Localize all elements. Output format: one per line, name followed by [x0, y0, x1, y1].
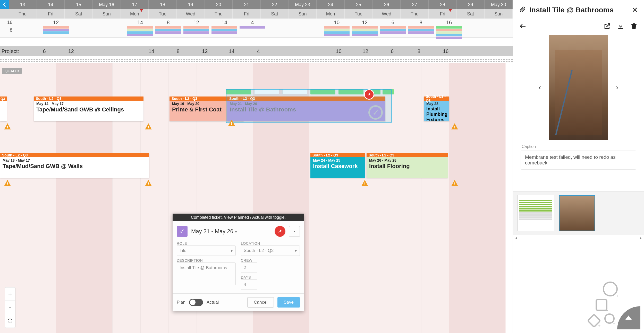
summary-count: 12	[352, 20, 378, 25]
task-casework[interactable]: South - L2 - Q3May 24 - May 25Install Ca…	[310, 153, 365, 178]
role-select[interactable]: Tile▾	[177, 246, 236, 256]
summary-count: 14	[127, 20, 153, 25]
location-select[interactable]: South - L2 - Q3▾	[241, 246, 300, 256]
crew-input[interactable]: 2	[241, 262, 257, 273]
attachment-icon[interactable]	[519, 6, 526, 14]
project-total: 6	[31, 46, 58, 56]
zoom-out-button[interactable]: -	[5, 301, 15, 314]
completed-check-icon[interactable]: ✓	[177, 226, 188, 237]
project-total	[299, 46, 325, 56]
popup-date-range[interactable]: May 21 - May 26 ▾	[191, 228, 271, 235]
thumbnail-scrollbar[interactable]: ◂▸	[515, 236, 642, 238]
plan-label: Plan	[177, 300, 185, 305]
timeline-day: Tue	[345, 9, 373, 19]
timeline-date: 21	[233, 0, 261, 9]
project-total: 4	[245, 46, 272, 56]
timeline-day: Thu	[205, 9, 233, 19]
zoom-fit-button[interactable]	[5, 314, 15, 328]
caption-textarea[interactable]: Membrane test failed, will need to redo …	[521, 151, 636, 170]
summary-scale-top: 16	[0, 19, 15, 26]
pin-icon[interactable]	[364, 89, 374, 100]
timeline-day: Wed	[373, 9, 401, 19]
timeline-date: 14	[37, 0, 65, 9]
role-label: ROLE	[177, 241, 236, 246]
timeline-date: 13	[9, 0, 37, 9]
progress-block	[226, 89, 251, 94]
project-label: Project:	[0, 46, 31, 56]
timeline-day: Sat	[457, 9, 485, 19]
project-total: 14	[138, 46, 165, 56]
project-total	[84, 46, 111, 56]
summary-count: 10	[324, 20, 350, 25]
timeline-date: 19	[177, 0, 205, 9]
timeline-day: Sun	[289, 9, 317, 19]
project-total	[272, 46, 299, 56]
thumbnail-photo-selected[interactable]	[559, 195, 595, 231]
task-tile[interactable]: South - L2 - Q3May 21 - May 26Install Ti…	[227, 97, 385, 121]
summary-row: 16 8 121481214410126816	[0, 19, 513, 38]
quad-tag: QUAD 3	[2, 68, 22, 74]
plan-actual-toggle[interactable]	[189, 299, 203, 306]
timeline-day: Thu	[9, 9, 37, 19]
svg-text:!: !	[364, 182, 366, 186]
open-external-icon[interactable]	[603, 22, 611, 30]
more-button[interactable]: ⋮	[289, 226, 300, 237]
download-icon[interactable]	[617, 22, 624, 30]
popup-header: Completed ticket. View Planned / Actual …	[173, 214, 304, 221]
delete-icon[interactable]	[630, 22, 638, 30]
close-icon[interactable]: ✕	[632, 6, 638, 14]
timeline-date: May 23	[289, 0, 317, 9]
summary-scale-bot: 8	[0, 26, 15, 34]
warning-icon: !	[361, 179, 369, 187]
photo-next-button[interactable]: ›	[616, 83, 618, 92]
zoom-in-button[interactable]: +	[5, 287, 15, 301]
crew-label: CREW	[241, 258, 300, 262]
timeline-day: Sat	[261, 9, 289, 19]
timeline-day: Fri	[429, 9, 457, 19]
task-flooring[interactable]: South - L2 - Q3May 26 - May 28Install Fl…	[367, 153, 448, 178]
task-ceilings[interactable]: South - L2 - Q3May 14 - May 17Tape/Mud/S…	[34, 97, 143, 121]
back-icon[interactable]	[519, 22, 527, 30]
cancel-button[interactable]: Cancel	[247, 297, 274, 308]
project-total: 8	[405, 46, 432, 56]
warning-icon: !	[451, 179, 459, 187]
description-textarea[interactable]: Install Tile @ Bathrooms	[177, 262, 236, 285]
timeline-day: Sat	[65, 9, 93, 19]
thumbnail-document[interactable]	[518, 195, 554, 231]
summary-count: 12	[183, 20, 209, 25]
timeline-date: 20	[205, 0, 233, 9]
task-plumb[interactable]: South - L2 - Q3May 28Install Plumbing Fi…	[424, 97, 449, 121]
pin-button[interactable]	[275, 226, 285, 237]
summary-count: 16	[436, 20, 462, 25]
actual-label: Actual	[207, 300, 219, 305]
summary-count: 6	[380, 20, 406, 25]
summary-count: 4	[240, 20, 265, 25]
timeline-day: Mon	[121, 9, 149, 19]
summary-count: 8	[155, 20, 181, 25]
progress-block	[254, 89, 279, 94]
svg-text:!: !	[7, 125, 8, 129]
photo-prev-button[interactable]: ‹	[539, 83, 541, 92]
caption-label: Caption	[522, 144, 635, 149]
warning-icon: !	[4, 123, 11, 130]
project-total: 16	[432, 46, 459, 56]
timeline-date: 27	[401, 0, 429, 9]
summary-count: 14	[211, 20, 237, 25]
timeline-date: 28	[429, 0, 457, 9]
timeline-date: 17	[121, 0, 149, 9]
warning-icon: !	[145, 123, 152, 130]
task-walls[interactable]: South - L2 - Q3May 13 - May 17Tape/Mud/S…	[0, 153, 149, 178]
task-q3cut[interactable]: Q3	[0, 97, 7, 121]
days-input[interactable]: 4	[241, 279, 257, 290]
description-label: DESCRIPTION	[177, 258, 236, 262]
timeline-date: 26	[373, 0, 401, 9]
svg-text:!: !	[148, 182, 149, 186]
project-total: 14	[218, 46, 245, 56]
timeline-prev-button[interactable]	[0, 0, 9, 9]
timeline-day: Wed	[177, 9, 205, 19]
photo-preview[interactable]	[549, 35, 608, 140]
timeline-date: 15	[65, 0, 93, 9]
save-button[interactable]: Save	[277, 297, 300, 308]
timeline-day: Mon	[317, 9, 345, 19]
project-total	[459, 46, 486, 56]
